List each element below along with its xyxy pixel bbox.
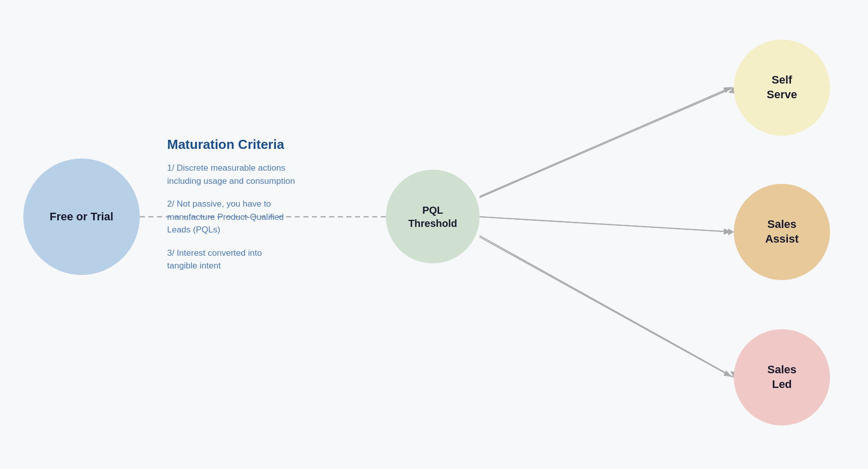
maturation-block: Maturation Criteria 1/ Discrete measurab…	[167, 137, 370, 283]
sales-led-label: SalesLed	[767, 363, 797, 392]
sales-led-circle: SalesLed	[734, 329, 830, 425]
maturation-title: Maturation Criteria	[167, 137, 370, 152]
self-serve-label: SelfServe	[767, 73, 797, 102]
sales-assist-label: SalesAssist	[765, 217, 799, 246]
maturation-item-1: 1/ Discrete measurable actionsincluding …	[167, 162, 370, 187]
svg-marker-4	[728, 228, 734, 236]
svg-line-5	[480, 236, 734, 377]
maturation-item-2: 2/ Not passive, you have tomanufacture P…	[167, 198, 370, 237]
pql-label: PQLThreshold	[408, 204, 457, 230]
svg-line-8	[480, 87, 732, 197]
free-trial-circle: Free or Trial	[23, 159, 140, 275]
self-serve-circle: SelfServe	[734, 40, 830, 136]
diagram-container: Free or Trial Maturation Criteria 1/ Dis…	[0, 0, 868, 469]
pql-circle: PQLThreshold	[386, 170, 480, 263]
free-trial-label: Free or Trial	[50, 210, 113, 224]
svg-line-9	[480, 217, 732, 232]
sales-assist-circle: SalesAssist	[734, 184, 830, 280]
svg-line-3	[480, 217, 734, 232]
svg-line-1	[480, 88, 734, 198]
svg-line-10	[480, 237, 732, 377]
maturation-item-3: 3/ Interest converted intotangible inten…	[167, 247, 370, 272]
